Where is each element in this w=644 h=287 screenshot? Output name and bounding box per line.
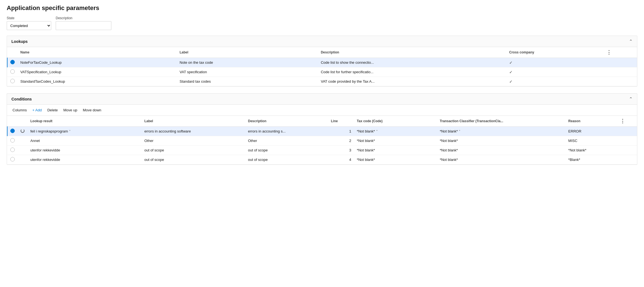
condition-label-cell: out of scope [141, 146, 245, 155]
condition-lookup-value: utenfor rekkevidde [30, 158, 60, 162]
conditions-col-more: ⋮ [617, 116, 637, 127]
description-input[interactable] [56, 21, 111, 30]
lookup-cross-company: ✓ [506, 67, 604, 77]
condition-trans-cell: *Not blank*˅ [437, 127, 565, 136]
description-group: Description [56, 16, 111, 30]
condition-row[interactable]: utenfor rekkevidde out of scope out of s… [7, 146, 637, 155]
refresh-icon[interactable] [21, 129, 25, 133]
condition-trans-value: *Not blank* [440, 129, 458, 133]
condition-line-cell: 2 [328, 136, 354, 146]
conditions-col-refresh [18, 116, 28, 127]
condition-lookup-cell: utenfor rekkevidde [28, 155, 141, 165]
lookup-name: StandardTaxCodes_Lookup [18, 77, 177, 86]
conditions-col-line: Line [328, 116, 354, 127]
add-button[interactable]: + Add [30, 107, 44, 113]
lookup-row-spacer [604, 77, 637, 86]
lookups-title: Lookups [11, 39, 28, 44]
condition-radio-cell [7, 136, 18, 146]
lookup-radio[interactable] [10, 60, 15, 64]
condition-row[interactable]: Annet Other Other 2 *Not blank* *Not bla… [7, 136, 637, 146]
condition-lookup-value: Annet [30, 139, 40, 143]
conditions-more-icon[interactable]: ⋮ [620, 118, 625, 124]
condition-reason-cell: MISC [565, 136, 617, 146]
lookup-radio[interactable] [10, 79, 15, 83]
move-up-button[interactable]: Move up [61, 107, 80, 113]
condition-label-cell: Other [141, 136, 245, 146]
condition-lookup-cell: utenfor rekkevidde [28, 146, 141, 155]
lookup-radio-cell [7, 67, 18, 77]
lookups-table: Name Label Description Cross company ⋮ N… [7, 47, 637, 86]
conditions-col-radio [7, 116, 18, 127]
condition-desc-cell: errors in accounting s... [245, 127, 328, 136]
condition-trans-value: *Not blank* [440, 139, 458, 143]
condition-radio[interactable] [10, 157, 15, 161]
condition-radio[interactable] [10, 138, 15, 143]
more-icon[interactable]: ⋮ [606, 50, 611, 55]
description-label: Description [56, 16, 111, 20]
condition-radio-cell [7, 155, 18, 165]
condition-trans-value: *Not blank* [440, 148, 458, 152]
lookup-radio[interactable] [10, 69, 15, 74]
lookup-description: Code list for further specificatio... [318, 67, 506, 77]
condition-trans-value: *Not blank* [440, 158, 458, 162]
chevron-down-icon: ˅ [69, 130, 71, 133]
lookup-description: Code list to show the connectio... [318, 58, 506, 67]
columns-button[interactable]: Columns [10, 107, 29, 113]
condition-lookup-value: utenfor rekkevidde [30, 148, 60, 152]
lookup-row[interactable]: VATSpecification_Lookup VAT specificatio… [7, 67, 637, 77]
lookup-row[interactable]: NoteForTaxCode_Lookup Note on the tax co… [7, 58, 637, 67]
lookups-col-desc: Description [318, 47, 506, 58]
lookup-label: Standard tax codes [177, 77, 318, 86]
lookups-col-name: Name [18, 47, 177, 58]
lookup-name: VATSpecification_Lookup [18, 67, 177, 77]
conditions-toolbar: Columns + Add Delete Move up Move down [7, 105, 637, 116]
condition-radio[interactable] [10, 148, 15, 152]
condition-tax-value: *Not blank* [357, 139, 375, 143]
lookup-row[interactable]: StandardTaxCodes_Lookup Standard tax cod… [7, 77, 637, 86]
condition-radio[interactable] [10, 129, 15, 133]
condition-refresh-cell [18, 155, 28, 165]
condition-label-cell: errors in accounting software [141, 127, 245, 136]
condition-lookup-cell: Annet [28, 136, 141, 146]
lookups-collapse-button[interactable]: ⌃ [629, 39, 633, 44]
lookup-radio-cell [7, 77, 18, 86]
lookup-name: NoteForTaxCode_Lookup [18, 58, 177, 67]
condition-reason-cell: *Not blank* [565, 146, 617, 155]
condition-tax-cell: *Not blank* [354, 155, 437, 165]
condition-desc-cell: out of scope [245, 155, 328, 165]
condition-row[interactable]: utenfor rekkevidde out of scope out of s… [7, 155, 637, 165]
condition-row-spacer [617, 155, 637, 165]
conditions-title: Conditions [11, 97, 32, 101]
conditions-section: Conditions ⌃ Columns + Add Delete Move u… [7, 93, 637, 165]
condition-row-spacer [617, 127, 637, 136]
lookup-label: VAT specification [177, 67, 318, 77]
conditions-col-lookup: Lookup result [28, 116, 141, 127]
condition-tax-cell: *Not blank* [354, 146, 437, 155]
condition-line-cell: 4 [328, 155, 354, 165]
trans-chevron-down-icon: ˅ [459, 130, 461, 133]
lookups-section: Lookups ⌃ Name Label Description Cross c… [7, 36, 637, 87]
move-down-button[interactable]: Move down [80, 107, 103, 113]
lookup-description: VAT code provided by the Tax A... [318, 77, 506, 86]
condition-tax-value: *Not blank* [357, 158, 375, 162]
condition-line-cell: 1 [328, 127, 354, 136]
condition-lookup-cell: feil i regnskapsprogram˅ [28, 127, 141, 136]
conditions-col-tax: Tax code (Code) [354, 116, 437, 127]
condition-desc-cell: Other [245, 136, 328, 146]
conditions-collapse-button[interactable]: ⌃ [629, 96, 633, 102]
tax-chevron-down-icon: ˅ [376, 130, 378, 133]
lookups-col-radio [7, 47, 18, 58]
condition-tax-cell: *Not blank*˅ [354, 127, 437, 136]
condition-trans-cell: *Not blank* [437, 155, 565, 165]
lookup-label: Note on the tax code [177, 58, 318, 67]
condition-trans-cell: *Not blank* [437, 146, 565, 155]
state-select[interactable]: Completed Draft Pending [7, 21, 51, 30]
condition-row[interactable]: feil i regnskapsprogram˅ errors in accou… [7, 127, 637, 136]
lookup-row-spacer [604, 67, 637, 77]
state-label: State [7, 16, 51, 20]
condition-refresh-cell [18, 146, 28, 155]
condition-row-spacer [617, 136, 637, 146]
delete-button[interactable]: Delete [45, 107, 60, 113]
lookup-cross-company: ✓ [506, 58, 604, 67]
conditions-col-reason: Reason [565, 116, 617, 127]
